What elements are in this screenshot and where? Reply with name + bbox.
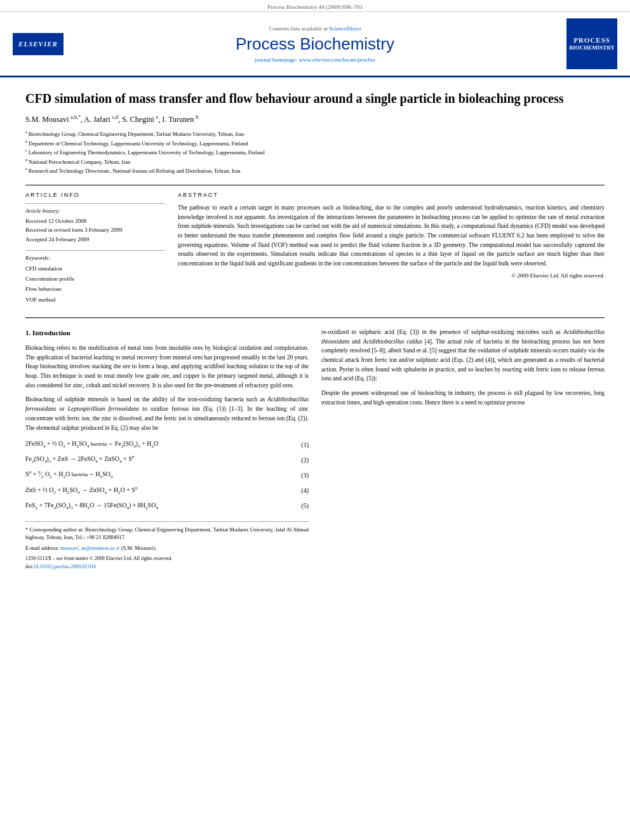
article-info-title: ARTICLE INFO [25,192,165,198]
corresponding-note: * Corresponding author at: Biotechnology… [25,526,309,542]
received-date: Received 12 October 2008 [25,217,165,225]
keyword-2: Concentration profile [25,274,165,284]
authors: S.M. Mousavi a,b,*, A. Jafari c,d, S. Ch… [25,114,605,124]
elsevier-logo-section: ELSEVIER [13,33,64,55]
affiliation-c: c Laboratory of Engineering Thermodynami… [25,148,605,157]
journal-logo-line2: BIOCHEMISTRY [569,44,615,52]
equation-1-formula: 2FeSO4 + ½ O2 + H2SO4 bacteria→ Fe2(SO4)… [25,439,290,450]
equation-3-formula: S0 + 3⁄2 O2 + H2O bacteria→ H2SO4 [25,469,290,481]
equation-5-formula: FeS2 + 7Fe2(SO4)3 + 8H2O → 15Fe(SO4) + 8… [25,500,290,512]
keywords-section: Keywords: CFD simulation Concentration p… [25,250,165,305]
body-col-left: 1. Introduction Bioleaching refers to th… [25,328,309,571]
abstract-column: ABSTRACT The pathway to reach a certain … [178,192,605,305]
equation-2-formula: Fe2(SO4)3 + ZnS → 2FeSO4 + ZnSO4 + S0 [25,454,290,465]
article-title: CFD simulation of mass transfer and flow… [25,90,605,107]
equation-3-row: S0 + 3⁄2 O2 + H2O bacteria→ H2SO4 (3) [25,469,309,481]
page-header: Process Biochemistry 44 (2009) 696–703 [0,0,630,12]
affiliation-b: b Department of Chemical Technology, Lap… [25,139,605,148]
sciencedirect-link[interactable]: ScienceDirect [329,25,361,32]
equation-5-number: (5) [290,501,309,511]
equation-4-row: ZnS + ½ O2 + H2SO4 → ZnSO4 + H2O + S0 (4… [25,485,309,497]
body-two-col: 1. Introduction Bioleaching refers to th… [25,328,605,571]
keyword-4: VOF method [25,295,165,305]
section-1-heading: 1. Introduction [25,328,309,338]
abstract-title: ABSTRACT [178,192,605,198]
journal-title-section: Contents lists available at ScienceDirec… [64,25,566,63]
affiliation-e: e Research and Technology Directorate, N… [25,166,605,175]
intro-para-2: Bioleaching of sulphide minerals is base… [25,395,309,432]
abstract-text: The pathway to reach a certain target in… [178,203,605,269]
divider-1 [25,185,605,185]
equation-2-row: Fe2(SO4)3 + ZnS → 2FeSO4 + ZnSO4 + S0 (2… [25,454,309,465]
equations-section: 2FeSO4 + ½ O2 + H2SO4 bacteria→ Fe2(SO4)… [25,439,309,511]
article-info-column: ARTICLE INFO Article history: Received 1… [25,192,165,305]
affiliations: a Biotechnology Group, Chemical Engineer… [25,130,605,175]
body-content: 1. Introduction Bioleaching refers to th… [25,317,605,571]
equation-4-formula: ZnS + ½ O2 + H2SO4 → ZnSO4 + H2O + S0 [25,485,290,497]
equation-5-row: FeS2 + 7Fe2(SO4)3 + 8H2O → 15Fe(SO4) + 8… [25,500,309,512]
equation-1-row: 2FeSO4 + ½ O2 + H2SO4 bacteria→ Fe2(SO4)… [25,439,309,450]
history-section: Article history: Received 12 October 200… [25,203,165,244]
keyword-3: Flow behaviour [25,284,165,294]
issn-line: 1359-5113/$ – see front matter © 2009 El… [25,555,309,563]
keywords-label: Keywords: [25,255,165,261]
article-footer: * Corresponding author at: Biotechnology… [25,521,309,571]
journal-title: Process Biochemistry [76,34,554,54]
journal-banner: ELSEVIER Contents lists available at Sci… [0,12,630,77]
equation-4-number: (4) [290,486,309,496]
contents-available: Contents lists available at ScienceDirec… [76,25,554,32]
article-info-abstract: ARTICLE INFO Article history: Received 1… [25,192,605,305]
affiliation-d: d National Petrochemical Company, Tehran… [25,157,605,166]
affiliation-a: a Biotechnology Group, Chemical Engineer… [25,130,605,138]
doi-link[interactable]: 10.1016/j.procbio.2009.02.016 [33,564,96,570]
revised-date: Received in revised form 3 February 2009 [25,225,165,234]
body-col-right: re-oxidized to sulphuric acid (Eq. (3)) … [321,328,605,571]
equation-3-number: (3) [290,470,309,481]
abstract-copyright: © 2009 Elsevier Ltd. All rights reserved… [178,272,605,279]
right-para-1: re-oxidized to sulphuric acid (Eq. (3)) … [321,328,605,383]
email-note: E-mail address: mousavi_m@modares.ac.ir … [25,544,309,552]
doi-line: doi:10.1016/j.procbio.2009.02.016 [25,563,309,571]
equation-2-number: (2) [290,455,309,465]
keyword-1: CFD simulation [25,263,165,274]
journal-homepage: journal homepage: www.elsevier.com/locat… [76,57,554,63]
email-link[interactable]: mousavi_m@modares.ac.ir [60,545,119,551]
equation-1-number: (1) [290,440,309,450]
intro-para-1: Bioleaching refers to the mobilization o… [25,343,309,390]
journal-citation: Process Biochemistry 44 (2009) 696–703 [267,4,362,10]
article-container: CFD simulation of mass transfer and flow… [0,77,630,583]
journal-logo-line1: PROCESS [573,36,610,44]
right-para-2: Despite the present widespread use of bi… [321,389,605,407]
accepted-date: Accepted 24 February 2009 [25,235,165,244]
history-label: Article history: [25,208,165,214]
journal-logo-box: PROCESS BIOCHEMISTRY [566,18,617,69]
elsevier-logo: ELSEVIER [13,33,64,55]
